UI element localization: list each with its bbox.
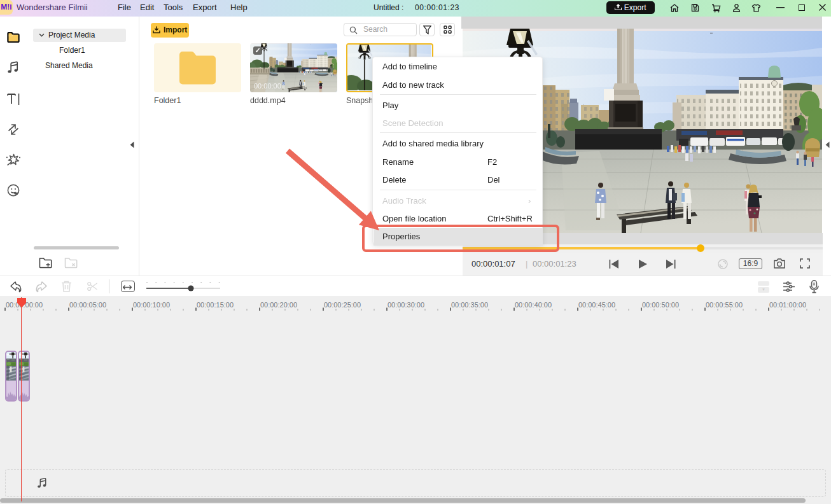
svg-text:00:00:15:00: 00:00:15:00 bbox=[197, 301, 234, 309]
svg-text:00:00:05:00: 00:00:05:00 bbox=[69, 301, 106, 309]
svg-text:00:00:35:00: 00:00:35:00 bbox=[451, 301, 488, 309]
svg-text:00:00:25:00: 00:00:25:00 bbox=[324, 301, 361, 309]
svg-text:00:00:20:00: 00:00:20:00 bbox=[260, 301, 297, 309]
svg-text:00:01:00:00: 00:01:00:00 bbox=[769, 301, 806, 309]
svg-text:00:00:55:00: 00:00:55:00 bbox=[706, 301, 743, 309]
svg-text:00:00:30:00: 00:00:30:00 bbox=[388, 301, 424, 309]
svg-text:00:00:40:00: 00:00:40:00 bbox=[515, 301, 552, 309]
svg-text:00:00:45:00: 00:00:45:00 bbox=[578, 301, 615, 309]
svg-text:00:00:10:00: 00:00:10:00 bbox=[133, 301, 170, 309]
svg-text:00:00:50:00: 00:00:50:00 bbox=[642, 301, 679, 309]
